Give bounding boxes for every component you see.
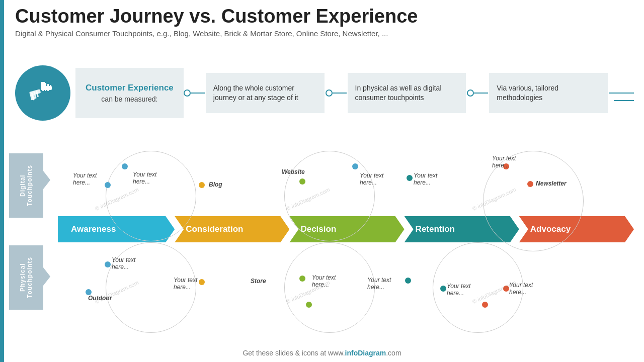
footer: Get these slides & icons at www.infoDiag… xyxy=(0,349,644,357)
physical-store-label: Store xyxy=(251,278,266,285)
digital-touchpoints-label: Digital Touchpoints xyxy=(9,153,43,218)
digital-blog-label: Blog xyxy=(209,181,222,188)
dot-p4 xyxy=(299,276,305,282)
physical-text-7: Your texthere... xyxy=(447,283,470,297)
watermark-2: © infoDiagram.com xyxy=(285,187,331,212)
stage-retention: Retention xyxy=(405,216,519,242)
connector-3 xyxy=(467,89,488,97)
header: Customer Journey vs. Customer Experience… xyxy=(15,6,634,38)
digital-chevron xyxy=(43,171,50,189)
dot-d1 xyxy=(122,163,128,169)
physical-text-3: Your texthere... xyxy=(174,277,197,291)
cx-label-box: Customer Experience can be measured: xyxy=(75,68,184,118)
info-box-1: Along the whole customer journey or at a… xyxy=(206,73,325,113)
connector-dot-1 xyxy=(184,89,191,97)
connector-dot-3 xyxy=(467,89,474,97)
info-box-2: In physical as well as digital consumer … xyxy=(348,73,466,113)
dot-d4 xyxy=(299,178,305,185)
dot-p3 xyxy=(199,279,205,285)
physical-text-1: Your texthere... xyxy=(112,256,135,270)
cx-icon-circle xyxy=(15,65,70,121)
physical-chevron xyxy=(43,267,50,286)
physical-text-5: Your texthere... xyxy=(312,274,336,288)
stage-advocacy: Advocacy xyxy=(519,216,634,242)
physical-touchpoints-label: Physical Touchpoints xyxy=(9,245,43,310)
footer-text-after: .com xyxy=(386,349,401,357)
stage-decision: Decision xyxy=(289,216,404,242)
cx-title: Customer Experience xyxy=(86,83,174,93)
digital-text-2: Your texthere... xyxy=(133,171,156,185)
stage-consideration: Consideration xyxy=(175,216,289,242)
dot-d2 xyxy=(105,182,111,188)
top-right-connector xyxy=(614,100,634,101)
connector-2 xyxy=(326,89,347,97)
digital-newsletter-label: Newsletter xyxy=(536,180,567,187)
stage-awareness: Awareness xyxy=(58,216,175,242)
watermark-3: © infoDiagram.com xyxy=(471,187,517,212)
top-section: Customer Experience can be measured: Alo… xyxy=(15,60,634,126)
physical-outdoor-label: Outdoor xyxy=(88,295,112,302)
svg-rect-10 xyxy=(50,85,51,90)
left-accent-bar xyxy=(0,0,4,362)
physical-text-8: Your texthere... xyxy=(509,282,533,296)
cx-sub: can be measured: xyxy=(86,95,174,103)
connector-dot-2 xyxy=(326,89,333,97)
thumbs-icon xyxy=(27,77,59,110)
dot-p1 xyxy=(105,261,111,267)
info-box-3: Via various, tailored methodologies xyxy=(489,73,608,113)
dot-d8 xyxy=(527,181,533,187)
digital-text-6: Your texthere... xyxy=(414,172,437,186)
footer-brand: infoDiagram xyxy=(345,349,386,357)
dot-p6 xyxy=(405,278,411,284)
connector-1 xyxy=(184,89,205,97)
footer-text-before: Get these slides & icons at www. xyxy=(243,349,345,357)
dot-p9 xyxy=(482,302,488,308)
digital-text-5: Your texthere... xyxy=(360,172,383,186)
svg-rect-8 xyxy=(45,83,46,91)
page-subtitle: Digital & Physical Consumer Touchpoints,… xyxy=(15,29,634,38)
svg-rect-9 xyxy=(47,84,49,91)
connector-line-2 xyxy=(333,93,347,94)
connector-line-end xyxy=(609,93,634,94)
dot-p5 xyxy=(306,302,312,308)
digital-text-1: Your texthere... xyxy=(73,172,97,186)
dot-p8 xyxy=(503,286,509,292)
connector-line-3 xyxy=(474,93,488,94)
connector-line-1 xyxy=(191,93,205,94)
dot-d3 xyxy=(199,182,205,188)
dot-d5 xyxy=(352,163,358,169)
physical-text-6: Your texthere... xyxy=(367,277,391,291)
svg-rect-7 xyxy=(42,82,44,91)
digital-website-label: Website xyxy=(282,168,305,175)
page-title: Customer Journey vs. Customer Experience xyxy=(15,6,634,27)
journey-stages: Awareness Consideration Decision Retenti… xyxy=(58,216,634,242)
watermark-1: © infoDiagram.com xyxy=(94,187,140,212)
dot-d6 xyxy=(407,175,413,181)
digital-text-7: Your texthere... xyxy=(492,155,516,169)
dot-p7 xyxy=(440,286,446,292)
